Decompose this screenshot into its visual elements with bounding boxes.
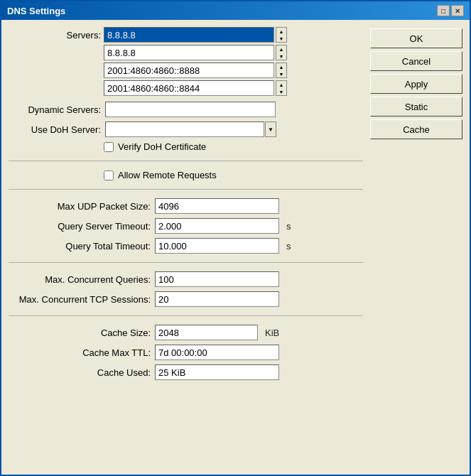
max-concurrent-queries-label: Max. Concurrent Queries: <box>9 274 151 285</box>
allow-remote-checkbox[interactable] <box>104 171 114 180</box>
apply-button[interactable]: Apply <box>370 74 462 94</box>
divider-2 <box>9 189 363 190</box>
server-spin-2[interactable]: ▲ ▼ <box>276 45 287 60</box>
cache-used-label: Cache Used: <box>9 367 151 378</box>
title-bar-buttons: □ ✕ <box>437 5 464 16</box>
doh-row: Use DoH Server: ▼ <box>9 121 363 137</box>
server-spin-1[interactable]: ▲ ▼ <box>276 27 287 43</box>
spin-down-1[interactable]: ▼ <box>276 35 286 42</box>
cache-used-input <box>155 364 279 380</box>
spin-up-2[interactable]: ▲ <box>276 45 286 53</box>
query-server-timeout-input[interactable] <box>155 218 279 234</box>
right-panel: OK Cancel Apply Static Cache <box>370 27 462 467</box>
window-body: Servers: ▲ ▼ ▲ ▼ <box>1 20 470 475</box>
query-server-timeout-unit: s <box>286 221 291 232</box>
query-total-timeout-row: Query Total Timeout: s <box>9 238 363 254</box>
server-input-1[interactable] <box>104 27 274 43</box>
verify-doh-row: Verify DoH Certificate <box>9 141 363 152</box>
cache-size-input[interactable] <box>155 325 258 340</box>
server-input-3[interactable] <box>104 63 274 78</box>
max-udp-input[interactable] <box>155 198 279 214</box>
server-row-3: ▲ ▼ <box>104 63 287 78</box>
max-concurrent-tcp-label: Max. Concurrent TCP Sessions: <box>9 294 151 305</box>
max-udp-label: Max UDP Packet Size: <box>9 201 151 212</box>
max-concurrent-queries-row: Max. Concurrent Queries: <box>9 271 363 287</box>
max-concurrent-tcp-input[interactable] <box>155 291 279 307</box>
divider-1 <box>9 161 363 161</box>
server-input-2[interactable] <box>104 45 274 60</box>
max-udp-row: Max UDP Packet Size: <box>9 198 363 214</box>
query-total-timeout-unit: s <box>286 241 291 251</box>
server-row-2: ▲ ▼ <box>104 45 287 60</box>
dns-settings-window: DNS Settings □ ✕ Servers: ▲ ▼ <box>0 0 471 476</box>
cache-used-row: Cache Used: <box>9 364 363 380</box>
maximize-button[interactable]: □ <box>437 5 450 16</box>
servers-inputs: ▲ ▼ ▲ ▼ ▲ <box>104 27 287 96</box>
spin-up-3[interactable]: ▲ <box>276 63 286 70</box>
allow-remote-label: Allow Remote Requests <box>118 170 217 180</box>
server-row-4: ▲ ▼ <box>104 80 287 96</box>
max-concurrent-tcp-row: Max. Concurrent TCP Sessions: <box>9 291 363 307</box>
title-bar: DNS Settings □ ✕ <box>1 1 470 20</box>
query-server-timeout-label: Query Server Timeout: <box>9 221 151 232</box>
verify-doh-checkbox[interactable] <box>104 142 114 152</box>
cache-size-label: Cache Size: <box>9 328 151 338</box>
spin-down-3[interactable]: ▼ <box>276 70 286 77</box>
doh-label: Use DoH Server: <box>9 124 101 135</box>
divider-4 <box>9 315 363 316</box>
allow-remote-row: Allow Remote Requests <box>9 170 363 180</box>
verify-doh-label: Verify DoH Certificate <box>118 141 206 152</box>
cache-button[interactable]: Cache <box>370 119 462 139</box>
servers-section: Servers: ▲ ▼ ▲ ▼ <box>9 27 363 96</box>
spin-up-1[interactable]: ▲ <box>276 28 286 35</box>
window-title: DNS Settings <box>7 6 65 16</box>
dynamic-servers-row: Dynamic Servers: <box>9 102 363 117</box>
dynamic-servers-label: Dynamic Servers: <box>9 104 101 115</box>
spin-up-4[interactable]: ▲ <box>276 81 286 88</box>
cache-size-row: Cache Size: KiB <box>9 325 363 340</box>
max-concurrent-queries-input[interactable] <box>155 271 279 287</box>
divider-3 <box>9 262 363 263</box>
server-input-4[interactable] <box>104 80 274 96</box>
static-button[interactable]: Static <box>370 97 462 117</box>
query-server-timeout-row: Query Server Timeout: s <box>9 218 363 234</box>
spin-down-4[interactable]: ▼ <box>276 88 286 95</box>
cancel-button[interactable]: Cancel <box>370 51 462 71</box>
spin-down-2[interactable]: ▼ <box>276 53 286 60</box>
cache-size-unit: KiB <box>265 328 279 338</box>
query-total-timeout-input[interactable] <box>155 238 279 254</box>
doh-input[interactable] <box>105 121 264 137</box>
ok-button[interactable]: OK <box>370 28 462 48</box>
close-button[interactable]: ✕ <box>451 5 464 16</box>
servers-label: Servers: <box>9 27 101 40</box>
server-spin-3[interactable]: ▲ ▼ <box>276 63 287 78</box>
server-spin-4[interactable]: ▲ ▼ <box>276 80 287 96</box>
cache-max-ttl-label: Cache Max TTL: <box>9 347 151 358</box>
cache-max-ttl-input[interactable] <box>155 345 279 360</box>
dynamic-servers-input[interactable] <box>105 102 276 117</box>
query-total-timeout-label: Query Total Timeout: <box>9 241 151 251</box>
server-row-1: ▲ ▼ <box>104 27 287 43</box>
cache-max-ttl-row: Cache Max TTL: <box>9 345 363 360</box>
main-content: Servers: ▲ ▼ ▲ ▼ <box>9 27 363 467</box>
doh-dropdown-arrow[interactable]: ▼ <box>265 121 276 137</box>
doh-input-row: ▼ <box>105 121 276 137</box>
